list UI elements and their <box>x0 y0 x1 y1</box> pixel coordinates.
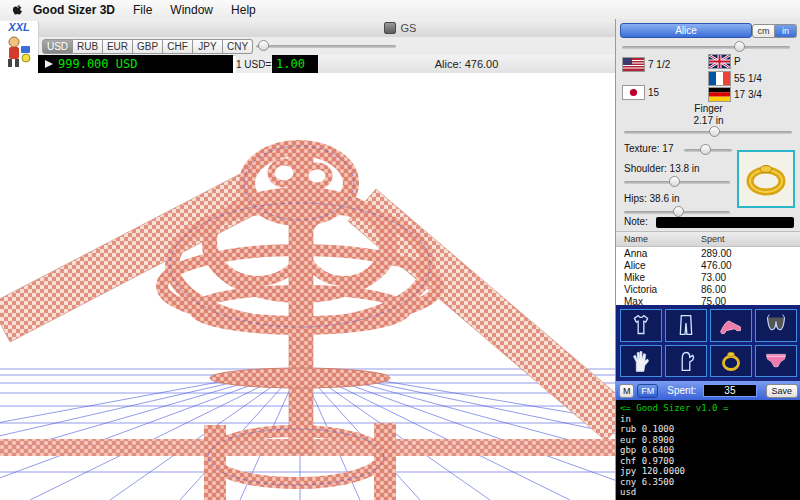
table-row[interactable]: Anna 289.00 <box>616 247 800 259</box>
table-row[interactable]: Mike 73.00 <box>616 271 800 283</box>
currency-eur-button[interactable]: EUR <box>103 39 133 54</box>
person-slider[interactable] <box>622 46 790 49</box>
console-line: usd <box>620 487 800 498</box>
ring-preview-icon <box>741 156 791 202</box>
hips-label: Hips: 38.6 in <box>624 193 680 204</box>
panties-icon <box>759 348 793 374</box>
texture-slider[interactable] <box>684 149 732 152</box>
status-bar: Alice: 476.00 <box>318 55 615 74</box>
size-uk: P <box>734 56 741 67</box>
viewport-3d-scene[interactable] <box>0 73 615 500</box>
item-shirt-button[interactable] <box>620 309 662 342</box>
person-name-bar[interactable]: Alice <box>620 23 752 38</box>
unit-cm-button[interactable]: cm <box>752 24 775 38</box>
window-app-icon <box>384 22 396 34</box>
console-line: <= Good Sizer v1.0 = <box>620 403 800 414</box>
hand-icon <box>624 348 658 374</box>
table-row[interactable]: Victoria 86.00 <box>616 283 800 295</box>
console-line: jpy 120.0000 <box>620 466 800 477</box>
note-field[interactable] <box>656 217 794 228</box>
size-france: 55 1/4 <box>734 73 762 84</box>
person-slider-knob[interactable] <box>734 41 745 52</box>
row-spent: 476.00 <box>701 260 800 271</box>
col-spent: Spent <box>701 234 800 244</box>
currency-rub-button[interactable]: RUB <box>73 39 103 54</box>
rate-label: 1 USD= <box>236 55 272 73</box>
ring-icon <box>714 348 748 374</box>
shoulder-slider-knob[interactable] <box>669 176 680 187</box>
row-spent: 73.00 <box>701 272 800 283</box>
sidebar: Alice cm in 7 1/2 P 55 1/4 <box>615 19 800 500</box>
germany-flag-icon <box>708 87 731 102</box>
currency-jpy-button[interactable]: JPY <box>193 39 223 54</box>
row-name: Victoria <box>616 284 701 295</box>
currency-gbp-button[interactable]: GBP <box>133 39 163 54</box>
row-name: Alice <box>616 260 701 271</box>
console-line: chf 0.9700 <box>620 456 800 467</box>
item-high-heel-button[interactable] <box>710 309 752 342</box>
menu-file[interactable]: File <box>133 3 152 17</box>
item-bra-button[interactable] <box>755 309 797 342</box>
size-us: 7 1/2 <box>648 59 670 70</box>
currency-cny-button[interactable]: CNY <box>223 39 253 54</box>
row-name: Mike <box>616 272 701 283</box>
ring-preview-box[interactable] <box>737 150 795 208</box>
unit-in-button[interactable]: in <box>775 24 797 38</box>
good-sizer-3d-app: Good Sizer 3D File Window Help GS XXL US… <box>0 0 800 500</box>
item-pants-button[interactable] <box>665 309 707 342</box>
currency-segmented-control: USD RUB EUR GBP CHF JPY CNY <box>42 39 253 54</box>
spent-label: Spent: <box>667 385 696 396</box>
m-button[interactable]: M <box>619 384 634 398</box>
item-hand-button[interactable] <box>620 345 662 378</box>
row-spent: 86.00 <box>701 284 800 295</box>
currency-chf-button[interactable]: CHF <box>163 39 193 54</box>
xxl-logo-art <box>2 34 36 68</box>
size-japan: 15 <box>648 87 659 98</box>
shoulder-slider[interactable] <box>624 181 730 184</box>
finger-slider-knob[interactable] <box>709 126 720 137</box>
row-spent: 289.00 <box>701 248 800 259</box>
menu-app-name[interactable]: Good Sizer 3D <box>33 3 115 17</box>
france-flag-icon <box>708 71 731 86</box>
item-ring-button[interactable] <box>710 345 752 378</box>
uk-flag-icon <box>708 54 731 69</box>
spent-input[interactable]: 35 <box>703 384 756 397</box>
note-label: Note: <box>624 216 648 227</box>
fm-button[interactable]: FM <box>637 384 658 398</box>
finger-slider[interactable] <box>624 131 792 134</box>
console-line: in <box>620 414 800 425</box>
hips-slider-knob[interactable] <box>673 206 684 217</box>
item-panties-button[interactable] <box>755 345 797 378</box>
texture-label: Texture: 17 <box>624 143 673 154</box>
item-glove-button[interactable] <box>665 345 707 378</box>
window-title: GS <box>401 22 417 34</box>
rate-display: 1.00 <box>272 55 318 73</box>
menu-window[interactable]: Window <box>170 3 213 17</box>
col-name: Name <box>616 234 701 244</box>
menu-bar: Good Sizer 3D File Window Help <box>0 0 800 20</box>
currency-usd-button[interactable]: USD <box>42 39 73 54</box>
control-row: M FM Spent: 35 Save <box>616 381 800 400</box>
save-button[interactable]: Save <box>766 384 798 398</box>
console-output: <= Good Sizer v1.0 = in rub 0.1000 eur 0… <box>616 400 800 500</box>
pants-icon <box>669 312 703 338</box>
finger-value: 2.17 in <box>616 115 800 126</box>
unit-segmented-control: cm in <box>752 24 797 38</box>
hips-slider[interactable] <box>624 211 730 214</box>
rate-slider[interactable] <box>256 45 396 48</box>
console-line: rub 0.1000 <box>620 424 800 435</box>
texture-slider-knob[interactable] <box>700 144 711 155</box>
table-row[interactable]: Alice 476.00 <box>616 259 800 271</box>
menu-help[interactable]: Help <box>231 3 256 17</box>
bra-icon <box>759 312 793 338</box>
figure-disc <box>210 368 390 388</box>
japan-flag-icon <box>622 85 645 100</box>
apple-icon[interactable] <box>12 3 23 16</box>
xxl-logo-text: XXL <box>0 21 38 34</box>
size-germany: 17 3/4 <box>734 89 762 100</box>
table-header: Name Spent <box>616 232 800 247</box>
shoulder-label: Shoulder: 13.8 in <box>624 163 700 174</box>
pointer-icon <box>44 59 54 69</box>
finger-label: Finger <box>616 103 800 114</box>
item-icon-panel <box>616 305 800 381</box>
